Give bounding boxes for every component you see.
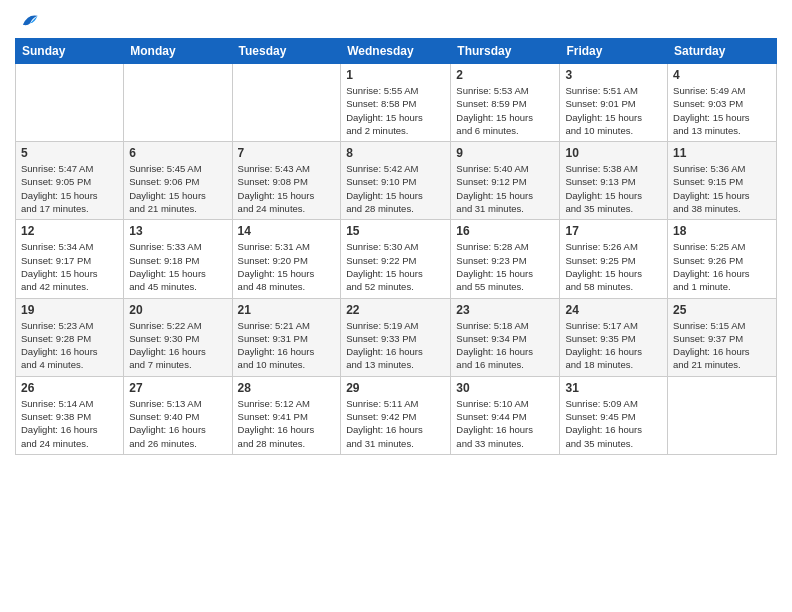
day-cell: 30Sunrise: 5:10 AM Sunset: 9:44 PM Dayli… [451, 376, 560, 454]
header-thursday: Thursday [451, 39, 560, 64]
day-cell: 23Sunrise: 5:18 AM Sunset: 9:34 PM Dayli… [451, 298, 560, 376]
logo [15, 10, 39, 30]
day-cell: 31Sunrise: 5:09 AM Sunset: 9:45 PM Dayli… [560, 376, 668, 454]
day-info: Sunrise: 5:14 AM Sunset: 9:38 PM Dayligh… [21, 397, 118, 450]
day-info: Sunrise: 5:42 AM Sunset: 9:10 PM Dayligh… [346, 162, 445, 215]
header-saturday: Saturday [668, 39, 777, 64]
day-info: Sunrise: 5:33 AM Sunset: 9:18 PM Dayligh… [129, 240, 226, 293]
week-row-3: 12Sunrise: 5:34 AM Sunset: 9:17 PM Dayli… [16, 220, 777, 298]
day-number: 28 [238, 381, 336, 395]
day-cell: 24Sunrise: 5:17 AM Sunset: 9:35 PM Dayli… [560, 298, 668, 376]
day-number: 15 [346, 224, 445, 238]
day-info: Sunrise: 5:18 AM Sunset: 9:34 PM Dayligh… [456, 319, 554, 372]
day-info: Sunrise: 5:09 AM Sunset: 9:45 PM Dayligh… [565, 397, 662, 450]
week-row-2: 5Sunrise: 5:47 AM Sunset: 9:05 PM Daylig… [16, 142, 777, 220]
day-number: 27 [129, 381, 226, 395]
day-cell: 10Sunrise: 5:38 AM Sunset: 9:13 PM Dayli… [560, 142, 668, 220]
day-number: 5 [21, 146, 118, 160]
day-info: Sunrise: 5:55 AM Sunset: 8:58 PM Dayligh… [346, 84, 445, 137]
header-sunday: Sunday [16, 39, 124, 64]
day-number: 20 [129, 303, 226, 317]
page-header [15, 10, 777, 30]
day-info: Sunrise: 5:53 AM Sunset: 8:59 PM Dayligh… [456, 84, 554, 137]
day-cell: 3Sunrise: 5:51 AM Sunset: 9:01 PM Daylig… [560, 64, 668, 142]
day-cell: 20Sunrise: 5:22 AM Sunset: 9:30 PM Dayli… [124, 298, 232, 376]
day-number: 6 [129, 146, 226, 160]
day-cell: 7Sunrise: 5:43 AM Sunset: 9:08 PM Daylig… [232, 142, 341, 220]
week-row-1: 1Sunrise: 5:55 AM Sunset: 8:58 PM Daylig… [16, 64, 777, 142]
day-number: 14 [238, 224, 336, 238]
day-cell [16, 64, 124, 142]
day-number: 29 [346, 381, 445, 395]
day-number: 3 [565, 68, 662, 82]
header-friday: Friday [560, 39, 668, 64]
day-info: Sunrise: 5:12 AM Sunset: 9:41 PM Dayligh… [238, 397, 336, 450]
day-cell: 5Sunrise: 5:47 AM Sunset: 9:05 PM Daylig… [16, 142, 124, 220]
day-info: Sunrise: 5:13 AM Sunset: 9:40 PM Dayligh… [129, 397, 226, 450]
day-info: Sunrise: 5:30 AM Sunset: 9:22 PM Dayligh… [346, 240, 445, 293]
day-cell: 17Sunrise: 5:26 AM Sunset: 9:25 PM Dayli… [560, 220, 668, 298]
day-cell: 29Sunrise: 5:11 AM Sunset: 9:42 PM Dayli… [341, 376, 451, 454]
day-cell [232, 64, 341, 142]
day-cell [124, 64, 232, 142]
day-info: Sunrise: 5:23 AM Sunset: 9:28 PM Dayligh… [21, 319, 118, 372]
day-number: 12 [21, 224, 118, 238]
header-wednesday: Wednesday [341, 39, 451, 64]
day-info: Sunrise: 5:31 AM Sunset: 9:20 PM Dayligh… [238, 240, 336, 293]
day-cell: 22Sunrise: 5:19 AM Sunset: 9:33 PM Dayli… [341, 298, 451, 376]
day-cell: 2Sunrise: 5:53 AM Sunset: 8:59 PM Daylig… [451, 64, 560, 142]
day-number: 8 [346, 146, 445, 160]
day-number: 9 [456, 146, 554, 160]
day-info: Sunrise: 5:28 AM Sunset: 9:23 PM Dayligh… [456, 240, 554, 293]
header-tuesday: Tuesday [232, 39, 341, 64]
day-number: 10 [565, 146, 662, 160]
day-cell: 4Sunrise: 5:49 AM Sunset: 9:03 PM Daylig… [668, 64, 777, 142]
day-info: Sunrise: 5:26 AM Sunset: 9:25 PM Dayligh… [565, 240, 662, 293]
day-number: 21 [238, 303, 336, 317]
day-cell: 9Sunrise: 5:40 AM Sunset: 9:12 PM Daylig… [451, 142, 560, 220]
day-cell: 28Sunrise: 5:12 AM Sunset: 9:41 PM Dayli… [232, 376, 341, 454]
day-cell: 21Sunrise: 5:21 AM Sunset: 9:31 PM Dayli… [232, 298, 341, 376]
day-info: Sunrise: 5:21 AM Sunset: 9:31 PM Dayligh… [238, 319, 336, 372]
day-number: 2 [456, 68, 554, 82]
day-number: 4 [673, 68, 771, 82]
day-info: Sunrise: 5:38 AM Sunset: 9:13 PM Dayligh… [565, 162, 662, 215]
day-info: Sunrise: 5:17 AM Sunset: 9:35 PM Dayligh… [565, 319, 662, 372]
day-number: 31 [565, 381, 662, 395]
day-cell: 6Sunrise: 5:45 AM Sunset: 9:06 PM Daylig… [124, 142, 232, 220]
day-info: Sunrise: 5:45 AM Sunset: 9:06 PM Dayligh… [129, 162, 226, 215]
day-info: Sunrise: 5:34 AM Sunset: 9:17 PM Dayligh… [21, 240, 118, 293]
day-cell [668, 376, 777, 454]
day-cell: 27Sunrise: 5:13 AM Sunset: 9:40 PM Dayli… [124, 376, 232, 454]
day-cell: 18Sunrise: 5:25 AM Sunset: 9:26 PM Dayli… [668, 220, 777, 298]
day-number: 22 [346, 303, 445, 317]
day-number: 18 [673, 224, 771, 238]
day-number: 1 [346, 68, 445, 82]
day-info: Sunrise: 5:43 AM Sunset: 9:08 PM Dayligh… [238, 162, 336, 215]
day-number: 30 [456, 381, 554, 395]
day-info: Sunrise: 5:11 AM Sunset: 9:42 PM Dayligh… [346, 397, 445, 450]
day-number: 26 [21, 381, 118, 395]
week-row-5: 26Sunrise: 5:14 AM Sunset: 9:38 PM Dayli… [16, 376, 777, 454]
day-info: Sunrise: 5:49 AM Sunset: 9:03 PM Dayligh… [673, 84, 771, 137]
day-info: Sunrise: 5:40 AM Sunset: 9:12 PM Dayligh… [456, 162, 554, 215]
day-number: 23 [456, 303, 554, 317]
day-cell: 15Sunrise: 5:30 AM Sunset: 9:22 PM Dayli… [341, 220, 451, 298]
header-monday: Monday [124, 39, 232, 64]
day-cell: 14Sunrise: 5:31 AM Sunset: 9:20 PM Dayli… [232, 220, 341, 298]
day-number: 7 [238, 146, 336, 160]
day-cell: 25Sunrise: 5:15 AM Sunset: 9:37 PM Dayli… [668, 298, 777, 376]
day-info: Sunrise: 5:36 AM Sunset: 9:15 PM Dayligh… [673, 162, 771, 215]
day-info: Sunrise: 5:19 AM Sunset: 9:33 PM Dayligh… [346, 319, 445, 372]
day-cell: 26Sunrise: 5:14 AM Sunset: 9:38 PM Dayli… [16, 376, 124, 454]
day-number: 17 [565, 224, 662, 238]
day-cell: 8Sunrise: 5:42 AM Sunset: 9:10 PM Daylig… [341, 142, 451, 220]
day-number: 16 [456, 224, 554, 238]
day-info: Sunrise: 5:51 AM Sunset: 9:01 PM Dayligh… [565, 84, 662, 137]
calendar-table: SundayMondayTuesdayWednesdayThursdayFrid… [15, 38, 777, 455]
day-info: Sunrise: 5:47 AM Sunset: 9:05 PM Dayligh… [21, 162, 118, 215]
day-cell: 19Sunrise: 5:23 AM Sunset: 9:28 PM Dayli… [16, 298, 124, 376]
calendar-header-row: SundayMondayTuesdayWednesdayThursdayFrid… [16, 39, 777, 64]
day-number: 24 [565, 303, 662, 317]
day-info: Sunrise: 5:10 AM Sunset: 9:44 PM Dayligh… [456, 397, 554, 450]
